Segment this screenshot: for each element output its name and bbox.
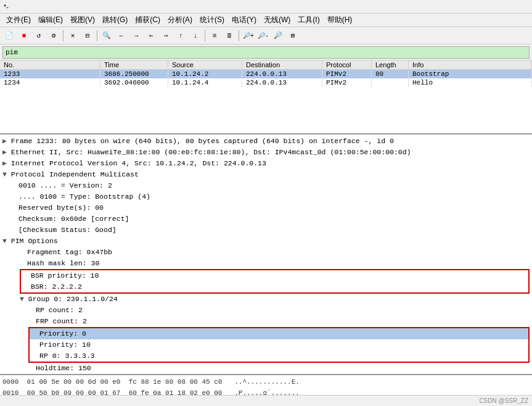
expand-arrow[interactable]: ▼: [20, 294, 28, 304]
detail-line[interactable]: Priority: 10: [30, 339, 528, 350]
menu-edit[interactable]: 编辑(E): [35, 14, 67, 27]
expand-arrow[interactable]: ▶: [2, 136, 11, 146]
detail-line[interactable]: [Checksum Status: Good]: [0, 225, 532, 236]
sep1: [63, 30, 63, 41]
detail-text: Reserved byte(s): 00: [18, 203, 104, 213]
toolbar-find[interactable]: 🔍: [100, 29, 113, 43]
detail-line[interactable]: ▶ Frame 1233: 80 bytes on wire (640 bits…: [0, 136, 532, 147]
toolbar-capture-opts[interactable]: ⚙: [47, 29, 60, 43]
expand-arrow[interactable]: ▼: [2, 170, 11, 180]
toolbar-forward[interactable]: ⇒: [159, 29, 173, 43]
toolbar-fullscreen[interactable]: ⊞: [286, 29, 300, 43]
detail-line[interactable]: ▶ Internet Protocol Version 4, Src: 10.1…: [0, 158, 532, 169]
hex-line: 0000 01 00 5e 00 00 0d 00 e0 fc 88 1e 80…: [2, 376, 530, 387]
packet-table-header: No. Time Source Destination Protocol Len…: [0, 60, 532, 70]
toolbar-zoom-out[interactable]: 🔎-: [256, 29, 270, 43]
boxed-group: Priority: 0Priority: 10RP 0: 3.3.3.3: [28, 327, 530, 363]
detail-line[interactable]: BSR: 2.2.2.2: [21, 281, 528, 292]
detail-text: Ethernet II, Src: HuaweiTe_88:1e:80 (00:…: [11, 147, 411, 157]
toolbar-prefs[interactable]: ≣: [223, 29, 236, 43]
detail-line[interactable]: ▼ Group 0: 239.1.1.0/24: [0, 294, 532, 305]
status-bar: CSDN @SSR_ZZ: [0, 395, 532, 406]
table-cell: [372, 78, 409, 87]
table-cell: PIMv2: [322, 78, 372, 87]
toolbar-next[interactable]: →: [129, 29, 143, 43]
col-source[interactable]: Source: [168, 60, 242, 70]
detail-text: Protocol Independent Multicast: [11, 170, 139, 180]
menu-wireless[interactable]: 无线(W): [260, 14, 294, 27]
detail-line[interactable]: ▶ Ethernet II, Src: HuaweiTe_88:1e:80 (0…: [0, 147, 532, 158]
detail-line[interactable]: Fragment tag: 0x47bb: [0, 247, 532, 258]
detail-line[interactable]: RP count: 2: [0, 305, 532, 316]
col-no[interactable]: No.: [0, 60, 100, 70]
detail-line[interactable]: FRP count: 2: [0, 316, 532, 327]
sep4: [239, 30, 239, 41]
expand-arrow[interactable]: ▶: [2, 159, 11, 168]
col-destination[interactable]: Destination: [242, 60, 322, 70]
detail-line[interactable]: Reserved byte(s): 00: [0, 202, 532, 213]
toolbar-stop[interactable]: ■: [17, 29, 31, 43]
menu-telephone[interactable]: 电话(Y): [228, 14, 260, 27]
table-cell: 1233: [0, 70, 100, 79]
menu-statistics[interactable]: 统计(S): [196, 14, 228, 27]
menu-view[interactable]: 视图(V): [67, 14, 99, 27]
title-text: *-: [4, 3, 9, 10]
menu-tools[interactable]: 工具(I): [294, 14, 323, 27]
toolbar-close[interactable]: ✕: [66, 29, 80, 43]
detail-line[interactable]: Checksum: 0x60de [correct]: [0, 213, 532, 225]
detail-line[interactable]: ▼ Protocol Independent Multicast: [0, 169, 532, 180]
menu-capture[interactable]: 捕获(C): [131, 14, 164, 27]
detail-line[interactable]: .... 0100 = Type: Bootstrap (4): [0, 191, 532, 202]
col-length[interactable]: Length: [372, 60, 409, 70]
menu-goto[interactable]: 跳转(G): [99, 14, 131, 27]
packet-list[interactable]: No. Time Source Destination Protocol Len…: [0, 60, 532, 135]
toolbar-reload[interactable]: ⊟: [81, 29, 94, 43]
table-row[interactable]: 12333686.25000010.1.24.2224.0.0.13PIMv28…: [0, 70, 532, 79]
detail-text: Fragment tag: 0x47bb: [27, 247, 112, 257]
detail-text: Frame 1233: 80 bytes on wire (640 bits),…: [11, 136, 394, 146]
detail-text: Group 0: 239.1.1.0/24: [28, 294, 118, 304]
detail-line[interactable]: ▼ PIM Options: [0, 236, 532, 247]
toolbar-prev[interactable]: ←: [115, 29, 128, 43]
menu-analyze[interactable]: 分析(A): [164, 14, 196, 27]
detail-line[interactable]: 0010 .... = Version: 2: [0, 180, 532, 191]
detail-line[interactable]: BSR priority: 10: [21, 270, 528, 281]
filter-bar: [0, 44, 532, 60]
toolbar-new[interactable]: 📄: [2, 29, 16, 43]
table-cell: 1234: [0, 78, 100, 87]
col-time[interactable]: Time: [100, 60, 168, 70]
detail-text: .... 0100 = Type: Bootstrap (4): [18, 192, 150, 202]
packet-table: No. Time Source Destination Protocol Len…: [0, 60, 532, 87]
table-cell: 10.1.24.4: [168, 78, 242, 87]
table-row[interactable]: 12343692.04600010.1.24.4224.0.0.13PIMv2H…: [0, 78, 532, 87]
detail-text: 0010 .... = Version: 2: [18, 181, 112, 191]
detail-line[interactable]: Holdtime: 150: [0, 363, 532, 374]
toolbar-scroll-up[interactable]: ↑: [174, 29, 187, 43]
detail-text: RP count: 2: [36, 305, 83, 315]
detail-text: RP 0: 3.3.3.3: [39, 351, 95, 361]
sep2: [97, 30, 97, 41]
expand-arrow[interactable]: ▶: [2, 147, 11, 157]
toolbar-colorize[interactable]: ≡: [208, 29, 221, 43]
toolbar-zoom-reset[interactable]: 🔎: [271, 29, 285, 43]
detail-text: PIM Options: [11, 236, 58, 246]
watermark: CSDN @SSR_ZZ: [479, 397, 528, 404]
detail-line[interactable]: RP 0: 3.3.3.3: [30, 350, 528, 362]
col-protocol[interactable]: Protocol: [322, 60, 372, 70]
toolbar-back[interactable]: ⇐: [144, 29, 158, 43]
menu-help[interactable]: 帮助(H): [324, 14, 356, 27]
menu-file[interactable]: 文件(E): [2, 14, 35, 27]
detail-text: Internet Protocol Version 4, Src: 10.1.2…: [11, 159, 266, 168]
detail-area[interactable]: ▶ Frame 1233: 80 bytes on wire (640 bits…: [0, 135, 532, 375]
col-info[interactable]: Info: [409, 60, 532, 70]
detail-line[interactable]: Priority: 0: [30, 328, 528, 339]
detail-text: BSR: 2.2.2.2: [31, 282, 82, 292]
detail-text: FRP count: 2: [36, 317, 87, 326]
toolbar-scroll-down[interactable]: ↓: [189, 29, 202, 43]
toolbar-restart[interactable]: ↺: [32, 29, 46, 43]
detail-line[interactable]: Hash mask len: 30: [0, 258, 532, 269]
expand-arrow[interactable]: ▼: [2, 236, 11, 246]
table-cell: PIMv2: [322, 70, 372, 79]
toolbar-zoom-in[interactable]: 🔎+: [242, 29, 255, 43]
filter-input[interactable]: [2, 46, 530, 59]
